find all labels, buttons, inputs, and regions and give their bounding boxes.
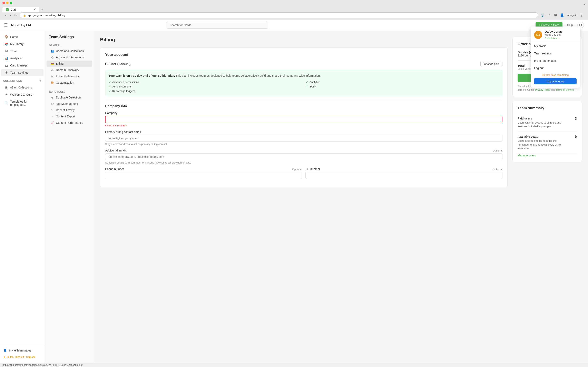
sidebar-label-tasks: Tasks: [10, 50, 17, 53]
po-label: PO number: [305, 167, 320, 171]
invite-icon: 👤: [3, 349, 7, 352]
settings-item-export[interactable]: ↑ Content Export: [47, 113, 92, 119]
settings-item-performance[interactable]: 📈 Content Performance: [47, 120, 92, 126]
sidebar-item-analytics[interactable]: 📊 Analytics: [1, 55, 43, 62]
forward-button[interactable]: ›: [8, 12, 12, 18]
settings-item-billing[interactable]: 💳 Billing: [47, 60, 92, 67]
profile-icon[interactable]: 👤: [559, 12, 565, 18]
sidebar-item-welcome[interactable]: ★ Welcome to Guru!: [1, 91, 43, 98]
invite-teammates-item[interactable]: Invite teammates: [531, 57, 580, 64]
tasks-icon: ☑: [4, 49, 8, 53]
paid-users-label: Paid users: [518, 117, 562, 120]
welcome-icon: ★: [4, 93, 8, 96]
additional-emails-input[interactable]: [105, 153, 502, 160]
plan-header: Builder (Annual) Change plan: [105, 61, 502, 67]
billing-left: Billing Your account Builder (Annual) Ch…: [100, 37, 508, 358]
sidebar-item-card-manager[interactable]: 🗂 Card Manager: [1, 62, 43, 69]
settings-item-users[interactable]: 👥 Users and Collections: [47, 48, 92, 54]
sidebar-label-templates: Templates for employee ...: [10, 100, 40, 106]
invite-teammates-footer[interactable]: 👤 Invite Teammates: [0, 347, 45, 354]
window-maximize[interactable]: [10, 2, 12, 4]
reload-button[interactable]: ↻: [13, 12, 18, 18]
main-content: Billing Your account Builder (Annual) Ch…: [94, 31, 588, 364]
settings-item-customization[interactable]: 🎨 Customization: [47, 80, 92, 86]
settings-label-invite: Invite Preferences: [56, 75, 79, 78]
check-icon-5: ✓: [109, 89, 111, 92]
settings-item-duplicate[interactable]: ⊘ Duplicate Detection: [47, 94, 92, 100]
menu-button[interactable]: ☰: [4, 23, 8, 27]
lock-icon: 🔒: [23, 14, 26, 17]
settings-label-domain: Domain Discovery: [56, 68, 79, 72]
log-out-item[interactable]: Log out: [531, 64, 580, 72]
po-input[interactable]: [305, 172, 502, 179]
terms-link[interactable]: Terms of Service: [556, 89, 574, 91]
my-profile-item[interactable]: My profile: [531, 42, 580, 50]
po-optional: Optional: [493, 167, 502, 171]
settings-item-tag[interactable]: 🏷 Tag Management: [47, 101, 92, 107]
duplicate-icon: ⊘: [51, 96, 54, 99]
cast-icon[interactable]: 📡: [540, 12, 545, 18]
feature-announcements: ✓ Announcements: [109, 85, 302, 88]
plan-name: Builder (Annual): [105, 62, 130, 66]
bookmark-icon[interactable]: ☆: [547, 12, 552, 18]
collections-section-label: Collections +: [0, 76, 45, 84]
company-input[interactable]: [105, 116, 502, 123]
tab-close-button[interactable]: ✕: [33, 8, 36, 11]
company-label: Company: [105, 111, 502, 115]
privacy-policy-link[interactable]: Privacy Policy: [535, 89, 550, 91]
user-dropdown: DJ Daisy Jonas Mood Joy Ltd Switch team …: [531, 26, 580, 88]
feature-scim: ✓ SCIM: [306, 85, 499, 88]
sidebar-item-my-library[interactable]: 📚 My Library: [1, 41, 43, 48]
trial-rest: This plan includes features designed to …: [176, 74, 321, 77]
invite-label: Invite Teammates: [9, 349, 31, 352]
divider: [105, 100, 502, 100]
sidebar-item-home[interactable]: 🏠 Home: [1, 33, 43, 40]
tab-grid-icon[interactable]: ⊞: [553, 12, 558, 18]
profile-label: Incognito: [567, 14, 577, 17]
browser-tab[interactable]: G Guru ✕: [2, 7, 39, 12]
invite-prefs-icon: ✉: [51, 75, 54, 78]
settings-item-recent[interactable]: ↻ Recent Activity: [47, 107, 92, 113]
settings-label-billing: Billing: [56, 62, 63, 65]
sidebar-item-team-settings[interactable]: ⚙ Team Settings: [1, 69, 43, 76]
trial-days-label: 30 trial days remaining: [542, 73, 569, 76]
phone-input[interactable]: [105, 172, 302, 179]
trial-footer[interactable]: ★ 30 trial days left • Upgrade: [0, 354, 45, 360]
dropdown-user-info: DJ Daisy Jonas Mood Joy Ltd Switch team: [531, 30, 580, 42]
sidebar: 🏠 Home 📚 My Library ☑ Tasks 📊 Analytics …: [0, 31, 45, 364]
address-bar[interactable]: 🔒 app.getguru.com/settings/billing: [20, 12, 538, 18]
window-close[interactable]: [2, 2, 5, 4]
window-minimize[interactable]: [6, 2, 9, 4]
library-icon: 📚: [4, 42, 8, 46]
order-total-left: Total Billed yearly: [518, 64, 532, 70]
my-profile-label: My profile: [534, 44, 546, 48]
trial-info: 30 trial days remaining Upgrade today: [531, 72, 580, 86]
settings-item-invite[interactable]: ✉ Invite Preferences: [47, 73, 92, 79]
users-icon: 👥: [51, 49, 54, 53]
new-tab-button[interactable]: +: [39, 7, 45, 12]
home-icon: 🏠: [4, 35, 8, 39]
sidebar-item-tasks[interactable]: ☑ Tasks: [1, 48, 43, 55]
more-options-icon[interactable]: ⋮: [579, 12, 584, 18]
team-settings-item[interactable]: Team settings: [531, 50, 580, 57]
billing-email-input[interactable]: [105, 135, 502, 142]
upgrade-today-button[interactable]: Upgrade today: [534, 78, 577, 84]
performance-icon: 📈: [51, 121, 54, 124]
general-section: General 👥 Users and Collections ⬡ Apps a…: [45, 42, 94, 86]
company-error: Company required: [105, 124, 502, 127]
log-out-label: Log out: [534, 67, 544, 70]
trial-star-icon: ★: [3, 356, 6, 359]
manage-users-link[interactable]: Manage users: [518, 154, 536, 157]
settings-item-apps[interactable]: ⬡ Apps and Integrations: [47, 54, 92, 60]
back-button[interactable]: ‹: [4, 12, 8, 18]
sidebar-item-templates[interactable]: 📄 Templates for employee ...: [1, 98, 43, 108]
change-plan-button[interactable]: Change plan: [480, 61, 502, 67]
billing-email-field: Primary billing contact email Single ema…: [105, 130, 502, 146]
export-icon: ↑: [51, 115, 54, 118]
switch-team-link[interactable]: Switch team: [545, 37, 563, 40]
user-avatar: DJ: [534, 31, 542, 39]
add-collection-button[interactable]: +: [39, 79, 42, 83]
sidebar-item-all-collections[interactable]: ⊞ 88 All Collections: [1, 84, 43, 91]
search-input[interactable]: [166, 22, 268, 29]
settings-item-domain[interactable]: ◎ Domain Discovery: [47, 67, 92, 73]
